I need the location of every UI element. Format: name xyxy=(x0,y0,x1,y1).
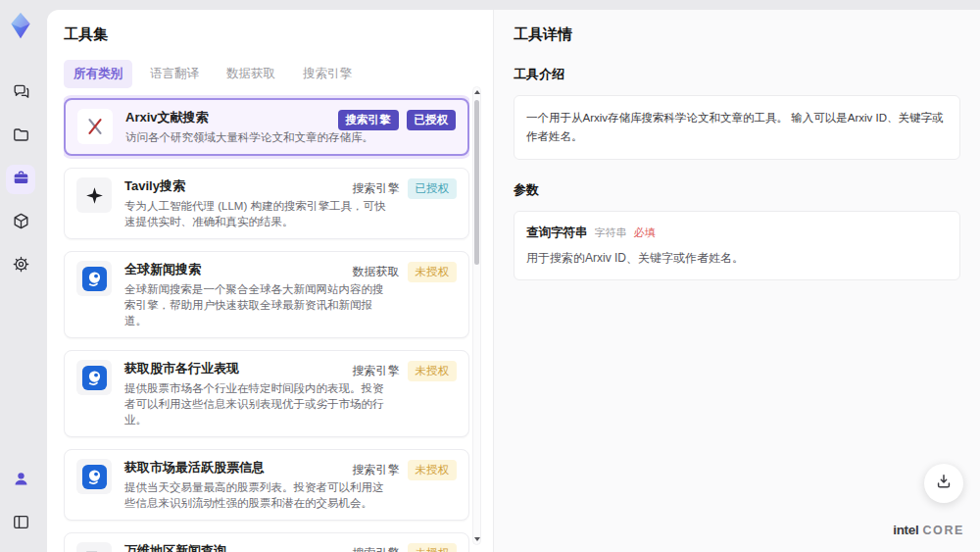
tab-search-engine[interactable]: 搜索引擎 xyxy=(293,60,362,88)
download-icon xyxy=(934,472,954,495)
auth-status-badge: 未授权 xyxy=(408,543,458,552)
download-button[interactable] xyxy=(924,464,963,503)
param-required-flag: 必填 xyxy=(634,226,656,240)
app-logo[interactable] xyxy=(7,12,34,39)
tool-description: 专为人工智能代理 (LLM) 构建的搜索引擎工具，可快速提供实时、准确和真实的结… xyxy=(124,198,391,229)
toolset-title: 工具集 xyxy=(64,25,493,44)
intro-box: 一个用于从Arxiv存储库搜索科学论文和文章的工具。 输入可以是Arxiv ID… xyxy=(514,95,960,160)
tool-list: Arxiv文献搜索 访问各个研究领域大量科学论文和文章的存储库。 搜索引擎 已授… xyxy=(64,94,469,552)
tool-card-regional-news[interactable]: 万维地区新闻查询 查询具体行政区划内的新闻，快速了解各地新闻动 搜索引擎 未授权 xyxy=(64,532,469,552)
regional-news-icon xyxy=(76,542,112,552)
tool-name: 全球新闻搜索 xyxy=(124,261,391,278)
auth-status-badge: 未授权 xyxy=(408,460,458,480)
auth-status-badge: 已授权 xyxy=(408,178,458,199)
intel-core-logo: intel CORE xyxy=(893,523,964,537)
tool-name: Arxiv文献搜索 xyxy=(125,109,373,126)
tool-description: 提供当天交易量最高的股票列表。投资者可以利用这些信息来识别流动性强的股票和潜在的… xyxy=(124,479,391,511)
sidebar-item-panel-toggle[interactable] xyxy=(6,509,35,538)
category-badge: 搜索引擎 xyxy=(353,545,400,552)
scroll-up-arrow-icon[interactable] xyxy=(474,90,480,94)
toolset-pane: 工具集 所有类别 语言翻译 数据获取 搜索引擎 A xyxy=(47,10,493,552)
tool-name: 获取市场最活跃股票信息 xyxy=(124,459,391,477)
sidebar-item-settings[interactable] xyxy=(6,251,35,280)
sidebar-item-packages[interactable] xyxy=(6,208,35,237)
intel-wordmark: intel xyxy=(893,523,918,537)
sidebar-item-user[interactable] xyxy=(6,466,35,495)
category-badge: 数据获取 xyxy=(353,264,400,280)
category-badge: 搜索引擎 xyxy=(353,180,400,197)
category-badge: 搜索引擎 xyxy=(353,363,400,379)
tab-data-fetch[interactable]: 数据获取 xyxy=(217,60,285,88)
tool-card-arxiv[interactable]: Arxiv文献搜索 访问各个研究领域大量科学论文和文章的存储库。 搜索引擎 已授… xyxy=(64,98,469,156)
tool-card-sector-performance[interactable]: 获取股市各行业表现 提供股票市场各个行业在特定时间段内的表现。投资者可以利用这些… xyxy=(64,350,469,437)
main-shell: 工具集 所有类别 语言翻译 数据获取 搜索引擎 A xyxy=(47,10,980,552)
auth-status-badge: 未授权 xyxy=(408,361,458,381)
sidebar-item-chat[interactable] xyxy=(6,78,35,108)
tool-name: 获取股市各行业表现 xyxy=(124,360,391,377)
param-box: 查询字符串 字符串 必填 用于搜索的Arxiv ID、关键字或作者姓名。 xyxy=(514,211,960,280)
tool-list-scrollbar[interactable] xyxy=(472,86,481,545)
gear-icon xyxy=(12,255,30,277)
intro-text: 一个用于从Arxiv存储库搜索科学论文和文章的工具。 输入可以是Arxiv ID… xyxy=(526,109,948,146)
chat-icon xyxy=(12,82,30,105)
stock-sector-icon xyxy=(76,360,112,395)
news-search-icon xyxy=(76,261,112,296)
cube-icon xyxy=(12,212,30,234)
tool-name: 万维地区新闻查询 xyxy=(124,542,372,552)
scrollbar-thumb[interactable] xyxy=(474,100,479,265)
tool-description: 全球新闻搜索是一个聚合全球各大新闻网站内容的搜索引擎，帮助用户快速获取全球最新资… xyxy=(124,281,391,328)
app-sidebar xyxy=(0,0,41,552)
active-stocks-icon xyxy=(76,459,112,494)
category-badge: 搜索引擎 xyxy=(338,110,399,130)
tab-all-categories[interactable]: 所有类别 xyxy=(64,60,132,88)
auth-status-badge: 未授权 xyxy=(408,262,458,282)
tool-card-active-stocks[interactable]: 获取市场最活跃股票信息 提供当天交易量最高的股票列表。投资者可以利用这些信息来识… xyxy=(64,449,469,521)
user-icon xyxy=(12,470,30,492)
tool-description: 提供股票市场各个行业在特定时间段内的表现。投资者可以利用这些信息来识别表现优于或… xyxy=(124,380,391,427)
tavily-icon xyxy=(76,177,112,213)
arxiv-icon xyxy=(77,109,113,144)
toolbox-icon xyxy=(12,169,30,191)
sidebar-item-tools[interactable] xyxy=(6,165,35,194)
intro-heading: 工具介绍 xyxy=(514,66,960,83)
category-tabs: 所有类别 语言翻译 数据获取 搜索引擎 xyxy=(64,60,493,88)
tool-detail-pane: 工具详情 工具介绍 一个用于从Arxiv存储库搜索科学论文和文章的工具。 输入可… xyxy=(493,10,980,552)
scroll-down-arrow-icon[interactable] xyxy=(474,537,480,541)
category-badge: 搜索引擎 xyxy=(353,462,400,478)
tool-name: Tavily搜索 xyxy=(124,177,391,195)
tool-card-tavily[interactable]: Tavily搜索 专为人工智能代理 (LLM) 构建的搜索引擎工具，可快速提供实… xyxy=(64,168,469,239)
param-name: 查询字符串 xyxy=(526,225,588,241)
app-window: 工具集 所有类别 语言翻译 数据获取 搜索引擎 A xyxy=(0,0,980,552)
sidebar-item-files[interactable] xyxy=(6,122,35,151)
panel-toggle-icon xyxy=(12,513,30,535)
gem-logo-icon xyxy=(7,12,34,39)
tool-card-global-news[interactable]: 全球新闻搜索 全球新闻搜索是一个聚合全球各大新闻网站内容的搜索引擎，帮助用户快速… xyxy=(64,251,469,338)
detail-title: 工具详情 xyxy=(514,25,960,44)
param-description: 用于搜索的Arxiv ID、关键字或作者姓名。 xyxy=(526,250,948,267)
tab-language-translation[interactable]: 语言翻译 xyxy=(140,60,209,88)
sidebar-nav xyxy=(6,78,35,280)
core-wordmark: CORE xyxy=(922,524,964,537)
tool-description: 访问各个研究领域大量科学论文和文章的存储库。 xyxy=(125,129,373,145)
auth-status-badge: 已授权 xyxy=(407,110,457,130)
param-type: 字符串 xyxy=(595,226,627,240)
params-heading: 参数 xyxy=(514,181,960,199)
sidebar-bottom xyxy=(6,466,35,538)
folder-icon xyxy=(12,125,30,148)
